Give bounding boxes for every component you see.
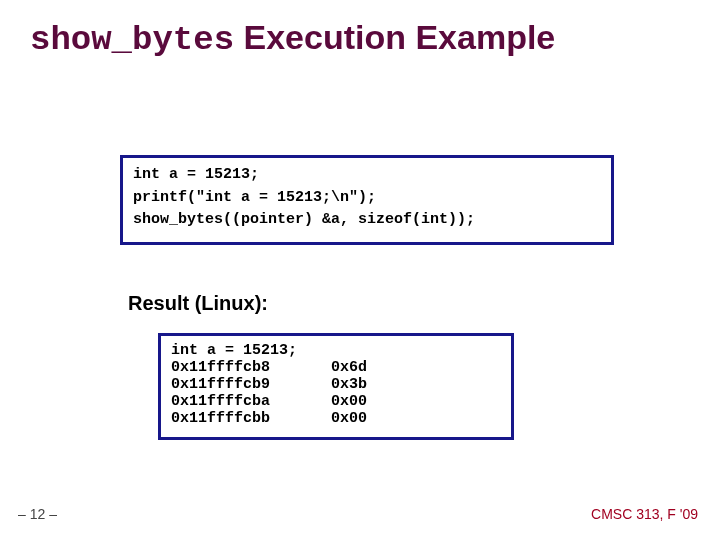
slide-title: show_bytes Execution Example [30, 18, 555, 59]
code-header: int a = 15213; [171, 342, 501, 359]
code-block-2: int a = 15213; 0x11ffffcb8 0x6d 0x11ffff… [158, 333, 514, 440]
table-row: 0x11ffffcb8 0x6d [171, 359, 501, 376]
code-block-1: int a = 15213; printf("int a = 15213;\n"… [120, 155, 614, 245]
slide: show_bytes Execution Example int a = 152… [0, 0, 720, 540]
val-cell: 0x3b [331, 376, 367, 393]
page-number: – 12 – [18, 506, 57, 522]
val-cell: 0x00 [331, 410, 367, 427]
code-line: int a = 15213; [133, 166, 259, 183]
val-cell: 0x6d [331, 359, 367, 376]
code-line: printf("int a = 15213;\n"); [133, 189, 376, 206]
table-row: 0x11ffffcb9 0x3b [171, 376, 501, 393]
title-rest: Execution Example [234, 18, 555, 56]
addr-cell: 0x11ffffcba [171, 393, 331, 410]
table-row: 0x11ffffcba 0x00 [171, 393, 501, 410]
addr-cell: 0x11ffffcbb [171, 410, 331, 427]
result-label: Result (Linux): [128, 292, 268, 315]
code-line: show_bytes((pointer) &a, sizeof(int)); [133, 211, 475, 228]
footer-course: CMSC 313, F '09 [591, 506, 698, 522]
addr-cell: 0x11ffffcb9 [171, 376, 331, 393]
table-row: 0x11ffffcbb 0x00 [171, 410, 501, 427]
title-code-part: show_bytes [30, 21, 234, 59]
addr-cell: 0x11ffffcb8 [171, 359, 331, 376]
val-cell: 0x00 [331, 393, 367, 410]
